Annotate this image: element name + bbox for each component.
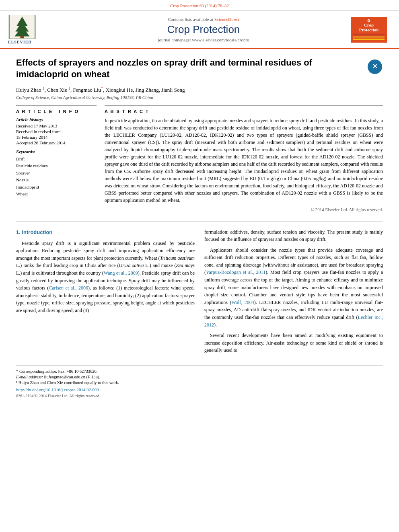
elsevier-wordmark: ELSEVIER [8,40,32,44]
ref-wang-2009[interactable]: Wang et al., 2009 [104,270,138,276]
email-link[interactable]: liufengmao@cau.edu.cn (F. Liu). [44,375,100,379]
footer-section: * Corresponding author. Fax: +86 10 6273… [16,366,383,399]
ref-carlsen-2006[interactable]: Carlsen et al., 2006 [49,285,88,291]
footer-issn: 0261-2194/© 2014 Elsevier Ltd. All right… [16,394,383,398]
svg-text:CrossMark: CrossMark [370,71,380,74]
abstract-column: A B S T R A C T In pesticide application… [105,105,383,215]
svg-rect-4 [20,36,24,39]
received-revised-label: Received in revised form [16,129,97,134]
author-huiyu-zhao: Huiyu Zhao 1, Chen Xie 1, Fengmao Liu*, … [16,87,185,93]
keyword-sprayer: Sprayer [16,170,97,177]
journal-ref-link[interactable]: Crop Protection 60 (2014) 78–82 [170,3,229,8]
accepted-date: Accepted 28 February 2014 [16,140,97,145]
ref-yarpuz-2011[interactable]: Yarpuz-Bozdogan et al., 2011 [206,269,265,275]
history-label: Article history: [16,117,97,122]
keywords-label: Keywords: [16,149,97,154]
sciencedirect-link[interactable]: ScienceDirect [214,17,239,22]
top-bar: Crop Protection 60 (2014) 78–82 [0,0,399,11]
contents-available: Contents lists available at ScienceDirec… [56,17,351,22]
intro-para-1: Pesticide spray drift is a significant e… [16,240,195,314]
keyword-pesticide-residues: Pesticide residues [16,162,97,170]
logo-stripes [353,34,385,40]
intro-heading: 1. Introduction [16,228,195,236]
footnote-1: ¹ Huiyu Zhao and Chen Xie contributed eq… [16,380,383,385]
intro-para-2: formulation: additives, density, surface… [204,228,383,243]
footer-notes: * Corresponding author. Fax: +86 10 6273… [16,369,383,399]
journal-header: ELSEVIER Contents lists available at Sci… [0,11,399,49]
body-column-left: 1. Introduction Pesticide spray drift is… [16,228,195,358]
article-title: Effects of sprayers and nozzles on spray… [16,57,359,80]
section-divider [16,222,383,222]
crossmark-icon: ✕ CrossMark [367,59,383,75]
journal-logo-area: ✿ CropProtection [351,17,391,43]
body-columns: 1. Introduction Pesticide spray drift is… [16,228,383,358]
doi-url[interactable]: http://dx.doi.org/10.1016/j.cropro.2014.… [16,387,99,392]
email-label: E-mail address: [16,375,43,379]
article-title-section: Effects of sprayers and nozzles on spray… [16,57,383,80]
journal-homepage: journal homepage: www.elsevier.com/locat… [56,37,351,42]
keywords-section: Keywords: Drift Pesticide residues Spray… [16,149,97,198]
journal-title: Crop Protection [56,23,351,36]
intro-para-3: Applicators should consider the nozzle t… [204,246,383,329]
doi-link: http://dx.doi.org/10.1016/j.cropro.2014.… [16,387,383,392]
email-note: E-mail address: liufengmao@cau.edu.cn (F… [16,375,383,379]
ref-lechler-2012[interactable]: Lechler Inc., 2012 [204,314,383,328]
intro-para-4: Several recent developments have been ai… [204,332,383,354]
affiliation: College of Science, China Agricultural U… [16,95,383,100]
abstract-text: In pesticide application, it can be obta… [105,117,383,204]
corresponding-author-note: * Corresponding author. Fax: +86 10 6273… [16,369,383,374]
revised-date: 15 February 2014 [16,135,97,140]
ref-wolf-2004[interactable]: Wolf, 2004 [232,300,254,305]
elsevier-logo-area: ELSEVIER [8,15,56,44]
article-info-abstract-section: A R T I C L E I N F O Article history: R… [16,105,383,215]
article-info-column: A R T I C L E I N F O Article history: R… [16,105,97,215]
journal-logo-box: ✿ CropProtection [351,17,387,43]
elsevier-tree-icon [8,15,36,39]
journal-title-area: Contents lists available at ScienceDirec… [56,17,351,42]
body-column-right: formulation: additives, density, surface… [204,228,383,358]
copyright-line: © 2014 Elsevier Ltd. All rights reserved… [105,207,383,212]
article-info-heading: A R T I C L E I N F O [16,109,97,114]
keyword-drift: Drift [16,156,97,163]
main-content: Effects of sprayers and nozzles on spray… [0,49,399,407]
received-date: Received 17 May 2013 [16,123,97,128]
keyword-wheat: Wheat [16,191,97,198]
svg-text:✕: ✕ [372,62,378,70]
keyword-nozzle: Nozzle [16,177,97,184]
abstract-heading: A B S T R A C T [105,109,383,114]
keyword-imidacloprid: Imidacloprid [16,184,97,191]
authors: Huiyu Zhao 1, Chen Xie 1, Fengmao Liu*, … [16,86,383,93]
